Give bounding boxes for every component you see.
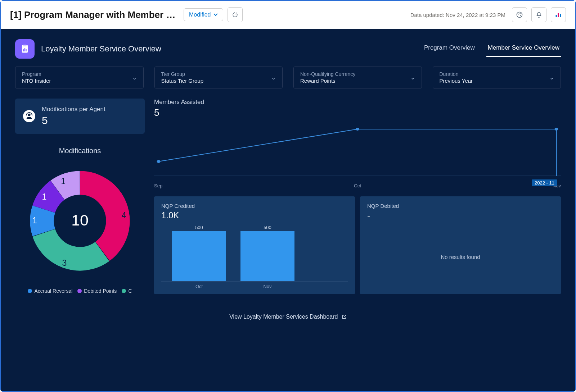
filter-duration[interactable]: Duration Previous Year ⌄: [433, 67, 561, 88]
svg-rect-4: [556, 15, 557, 17]
tabs: Program Overview Member Service Overview: [423, 41, 561, 57]
x-tick: Oct: [354, 183, 361, 188]
clipboard-chart-icon: [20, 44, 30, 54]
view-dashboard-link[interactable]: View Loyalty Member Services Dashboard: [15, 314, 561, 320]
dashboard-title: Loyalty Member Service Overview: [41, 44, 161, 54]
svg-point-2: [519, 13, 521, 14]
external-link-icon: [342, 314, 347, 319]
filter-value: Previous Year: [440, 78, 473, 84]
svg-rect-8: [23, 45, 26, 46]
app-icon: [15, 39, 35, 59]
nqp-debited-card: NQP Debited - No results found: [360, 196, 561, 294]
headset-icon: [25, 112, 33, 120]
filter-tier-group[interactable]: Tier Group Status Tier Group ⌄: [154, 67, 283, 88]
svg-rect-11: [26, 49, 26, 51]
svg-text:1: 1: [61, 177, 66, 186]
svg-text:3: 3: [62, 258, 67, 268]
svg-rect-5: [558, 13, 559, 17]
link-text: View Loyalty Member Services Dashboard: [229, 314, 338, 320]
metric-label: Modifications per Agent: [42, 106, 105, 113]
card-title: NQP Debited: [367, 203, 554, 209]
filter-label: Tier Group: [161, 71, 204, 77]
chart-title: Modifications: [15, 147, 145, 155]
svg-point-24: [157, 160, 161, 163]
status-label: Modified: [189, 12, 211, 18]
page-title: [1] Program Manager with Member Servic..…: [10, 9, 179, 20]
bar-value-label: 500: [264, 225, 271, 230]
bar: [172, 231, 226, 281]
dashboard-body: Loyalty Member Service Overview Program …: [1, 29, 575, 391]
metric-value: 5: [154, 107, 561, 118]
legend-swatch: [77, 289, 82, 293]
empty-state: No results found: [367, 225, 554, 289]
filter-value: Status Tier Group: [161, 78, 204, 84]
svg-text:4: 4: [122, 211, 126, 220]
line-chart[interactable]: [154, 118, 561, 179]
legend-swatch: [28, 289, 32, 293]
refresh-button[interactable]: [228, 7, 243, 22]
chevron-down-icon: ⌄: [410, 74, 415, 81]
filter-label: Non-Qualifying Currency: [300, 71, 355, 77]
top-header: [1] Program Manager with Member Servic..…: [1, 1, 575, 29]
filter-nq-currency[interactable]: Non-Qualifying Currency Reward Points ⌄: [293, 67, 422, 88]
x-tick: Nov: [240, 284, 294, 289]
filter-value: NTO Insider: [22, 78, 51, 84]
svg-rect-6: [560, 14, 561, 17]
svg-point-25: [356, 128, 359, 131]
modifications-per-agent-card: Modifications per Agent 5: [15, 99, 145, 134]
tab-program-overview[interactable]: Program Overview: [423, 41, 476, 57]
svg-text:1: 1: [32, 216, 37, 225]
analytics-button[interactable]: [551, 7, 566, 22]
svg-point-0: [517, 12, 522, 18]
filters-row: Program NTO Insider ⌄ Tier Group Status …: [15, 67, 561, 88]
modifications-chart: Modifications: [15, 143, 145, 294]
legend-label: Debited Points: [84, 288, 117, 294]
svg-text:1: 1: [42, 192, 46, 201]
svg-point-3: [520, 15, 521, 16]
bar-chart[interactable]: 500 500: [161, 225, 348, 282]
caret-down-icon: [213, 13, 218, 17]
filter-label: Program: [22, 71, 51, 77]
nqp-credited-card: NQP Credited 1.0K 500 500: [154, 196, 355, 294]
legend-swatch: [122, 289, 126, 293]
card-value: 1.0K: [161, 210, 348, 220]
bar-value-label: 500: [195, 225, 203, 230]
donut-chart[interactable]: 10 4 3 1 1 1: [21, 161, 139, 280]
members-assisted-block: Members Assisted 5 Sep: [154, 99, 561, 188]
svg-point-12: [28, 114, 30, 116]
chevron-down-icon: ⌄: [549, 74, 554, 81]
legend-label: C: [128, 288, 132, 294]
agent-icon: [23, 110, 35, 122]
line-chart-badge: 2022 - 11: [532, 179, 557, 186]
chevron-down-icon: ⌄: [271, 74, 276, 81]
svg-rect-10: [24, 48, 25, 51]
card-title: NQP Credited: [161, 203, 348, 209]
palette-icon: [516, 11, 523, 18]
bar: [240, 231, 294, 281]
svg-rect-9: [23, 49, 24, 51]
notifications-button[interactable]: [531, 7, 546, 22]
bell-icon: [536, 12, 542, 18]
refresh-icon: [232, 12, 238, 18]
theme-button[interactable]: [512, 7, 527, 22]
chevron-down-icon: ⌄: [132, 74, 137, 81]
filter-program[interactable]: Program NTO Insider ⌄: [15, 67, 144, 88]
updated-timestamp: Data updated: Nov 24, 2022 at 9:23 PM: [410, 12, 505, 18]
legend-label: Accrual Reversal: [34, 288, 72, 294]
card-value: -: [367, 210, 554, 220]
x-tick: Oct: [172, 284, 226, 289]
chart-legend: Accrual Reversal Debited Points C: [15, 288, 145, 294]
x-tick: Sep: [154, 183, 162, 188]
status-dropdown[interactable]: Modified: [184, 8, 223, 21]
metric-label: Members Assisted: [154, 99, 561, 106]
donut-center-value: 10: [71, 211, 89, 229]
filter-value: Reward Points: [300, 78, 355, 84]
filter-label: Duration: [440, 71, 473, 77]
tab-member-service-overview[interactable]: Member Service Overview: [486, 41, 561, 57]
svg-point-1: [518, 14, 519, 15]
metric-value: 5: [42, 114, 105, 127]
bar-chart-icon: [555, 11, 562, 18]
